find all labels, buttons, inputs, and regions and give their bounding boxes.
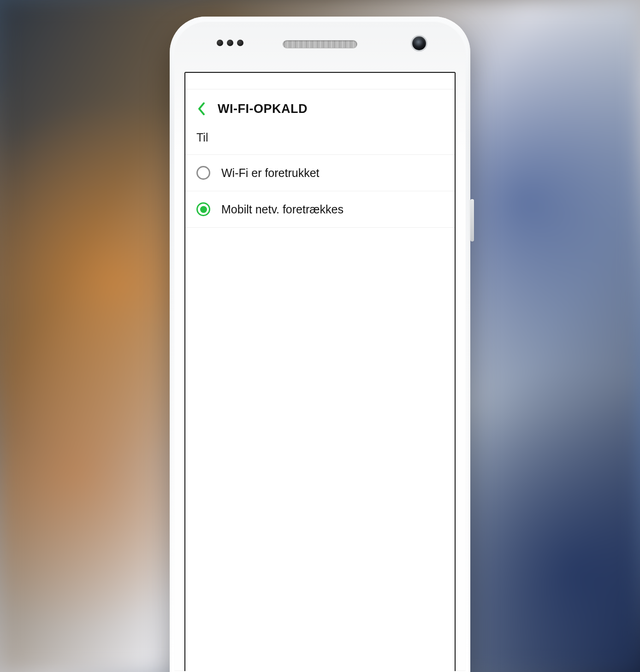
chevron-left-icon [197, 102, 206, 116]
radio-icon [196, 166, 210, 180]
sensor-row [174, 39, 466, 50]
preference-radio-group: Wi-Fi er foretrukket Mobilt netv. foretr… [185, 155, 455, 228]
proximity-sensor-dots [217, 40, 243, 46]
option-mobile-preferred[interactable]: Mobilt netv. foretrækkes [185, 191, 455, 228]
app-bar: WI-FI-OPKALD [185, 89, 455, 129]
page-title: WI-FI-OPKALD [218, 102, 308, 116]
wifi-calling-status[interactable]: Til [185, 129, 455, 155]
phone-screen: WI-FI-OPKALD Til Wi-Fi er foretrukket Mo… [184, 72, 456, 671]
option-label: Wi-Fi er foretrukket [221, 166, 320, 180]
phone-frame: WI-FI-OPKALD Til Wi-Fi er foretrukket Mo… [170, 17, 470, 672]
status-bar [185, 73, 455, 89]
back-button[interactable] [196, 100, 207, 117]
option-wifi-preferred[interactable]: Wi-Fi er foretrukket [185, 155, 455, 191]
power-button [470, 199, 474, 242]
earpiece-speaker [283, 41, 357, 48]
phone-inner: WI-FI-OPKALD Til Wi-Fi er foretrukket Mo… [174, 21, 466, 671]
radio-icon [196, 202, 210, 216]
front-camera [412, 36, 426, 50]
option-label: Mobilt netv. foretrækkes [221, 203, 344, 216]
